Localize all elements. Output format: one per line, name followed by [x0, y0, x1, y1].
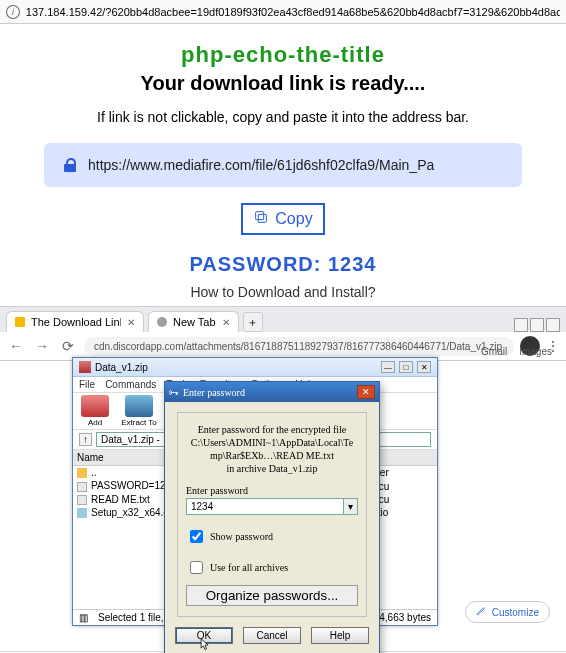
winrar-icon: [79, 361, 91, 373]
key-icon: 🗝: [169, 387, 179, 398]
customize-label: Customize: [492, 607, 539, 618]
customize-button[interactable]: Customize: [465, 601, 550, 623]
tab-strip: The Download Link is Ready ✕ New Tab ✕ ＋: [0, 307, 566, 332]
up-button[interactable]: ↑: [79, 433, 92, 446]
show-password-checkbox[interactable]: [190, 530, 203, 543]
images-link[interactable]: Images: [519, 346, 552, 357]
cursor-icon: [200, 638, 210, 652]
page-content: php-echo-the-title Your download link is…: [0, 24, 566, 300]
dialog-message: Enter password for the encrypted file C:…: [188, 423, 356, 475]
window-minimize-icon[interactable]: [514, 318, 528, 332]
inner-browser: The Download Link is Ready ✕ New Tab ✕ ＋…: [0, 306, 566, 653]
password-label: PASSWORD: 1234: [24, 253, 542, 276]
folder-icon: [77, 468, 87, 478]
tab-close-icon[interactable]: ✕: [127, 317, 135, 328]
show-password-label: Show password: [210, 531, 273, 542]
tool-add[interactable]: Add: [75, 395, 115, 427]
svg-rect-1: [256, 212, 264, 220]
tab-new-tab[interactable]: New Tab ✕: [148, 311, 239, 332]
info-icon: i: [6, 5, 20, 19]
new-tab-button[interactable]: ＋: [243, 312, 263, 332]
ntp-links: Gmail Images: [481, 346, 552, 357]
copy-button[interactable]: Copy: [241, 203, 324, 235]
tab-close-icon[interactable]: ✕: [222, 317, 230, 328]
dialog-titlebar[interactable]: 🗝 Enter password ✕: [165, 382, 379, 402]
text-file-icon: [77, 482, 87, 492]
use-for-all-label: Use for all archives: [210, 562, 288, 573]
outer-url-text[interactable]: 137.184.159.42/?620bb4d8acbee=19df0189f9…: [26, 6, 560, 18]
howto-text: How to Download and Install?: [24, 284, 542, 300]
menu-file[interactable]: File: [79, 379, 95, 390]
help-button[interactable]: Help: [311, 627, 369, 644]
ok-button[interactable]: OK: [175, 627, 233, 644]
organize-passwords-button[interactable]: Organize passwords...: [186, 585, 358, 606]
text-file-icon: [77, 495, 87, 505]
back-button[interactable]: ←: [6, 336, 26, 356]
download-link-text: https://www.mediafire.com/file/61jd6shf0…: [88, 157, 434, 173]
minimize-button[interactable]: —: [381, 361, 395, 373]
close-button[interactable]: ✕: [417, 361, 431, 373]
favicon-icon: [15, 317, 25, 327]
lock-icon: [62, 158, 78, 172]
favicon-icon: [157, 317, 167, 327]
password-input[interactable]: [186, 498, 344, 515]
omnibar-url[interactable]: cdn.discordapp.com/attachments/816718875…: [84, 337, 514, 356]
dialog-close-button[interactable]: ✕: [357, 385, 375, 399]
password-field-label: Enter password: [186, 485, 358, 496]
status-progress-icon: ▥: [79, 612, 88, 623]
window-maximize-icon[interactable]: [530, 318, 544, 332]
winrar-titlebar[interactable]: Data_v1.zip — □ ✕: [73, 358, 437, 377]
maximize-button[interactable]: □: [399, 361, 413, 373]
window-controls: [514, 318, 560, 332]
tab-download-link[interactable]: The Download Link is Ready ✕: [6, 311, 144, 332]
page-headline: Your download link is ready....: [24, 72, 542, 95]
copy-button-label: Copy: [275, 210, 312, 228]
download-link-box[interactable]: https://www.mediafire.com/file/61jd6shf0…: [44, 143, 522, 187]
tool-extract[interactable]: Extract To: [119, 395, 159, 427]
screenshot-canvas: Data_v1.zip — □ ✕ File Commands Tools Fa…: [0, 361, 566, 651]
reload-button[interactable]: ⟳: [58, 336, 78, 356]
forward-button[interactable]: →: [32, 336, 52, 356]
page-instructions: If link is not clickable, copy and paste…: [24, 109, 542, 125]
winrar-title-text: Data_v1.zip: [95, 362, 148, 373]
tab-label: The Download Link is Ready: [31, 316, 121, 328]
site-title: php-echo-the-title: [24, 42, 542, 68]
copy-icon: [253, 209, 269, 229]
dialog-title: Enter password: [183, 387, 245, 398]
exe-file-icon: [77, 508, 87, 518]
password-dropdown-icon[interactable]: ▾: [344, 498, 358, 515]
add-icon: [81, 395, 109, 417]
gmail-link[interactable]: Gmail: [481, 346, 507, 357]
svg-rect-0: [259, 214, 267, 222]
use-for-all-checkbox[interactable]: [190, 561, 203, 574]
window-close-icon[interactable]: [546, 318, 560, 332]
menu-commands[interactable]: Commands: [105, 379, 156, 390]
password-dialog: 🗝 Enter password ✕ Enter password for th…: [164, 381, 380, 653]
dialog-groupbox: Enter password for the encrypted file C:…: [177, 412, 367, 617]
extract-icon: [125, 395, 153, 417]
outer-address-bar: i 137.184.159.42/?620bb4d8acbee=19df0189…: [0, 0, 566, 24]
tab-label: New Tab: [173, 316, 216, 328]
cancel-button[interactable]: Cancel: [243, 627, 301, 644]
pencil-icon: [476, 606, 486, 618]
